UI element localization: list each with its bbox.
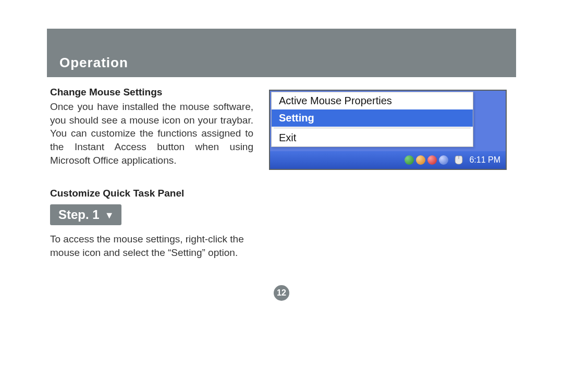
content-area: Change Mouse Settings Once you have inst… [47,87,516,259]
header-space [47,29,516,50]
tray-icon-generic[interactable] [427,155,437,165]
step-label: Step. 1 [58,207,100,222]
taskbar-clock: 6:11 PM [469,155,500,165]
page-title: Operation [59,55,128,70]
heading-quick-task: Customize Quick Task Panel [50,188,253,199]
traybar-screenshot: Active Mouse Properties Setting Exit [269,90,507,170]
triangle-down-icon: ▼ [105,211,114,220]
body-step-instruction: To access the mouse settings, right-clic… [50,232,253,259]
heading-change-mouse: Change Mouse Settings [50,87,253,98]
body-change-mouse: Once you have installed the mouse softwa… [50,100,253,167]
context-menu: Active Mouse Properties Setting Exit [271,92,473,147]
menu-item-setting[interactable]: Setting [272,109,473,127]
page-number: 12 [277,288,286,298]
right-column: Active Mouse Properties Setting Exit [269,90,509,259]
tray-icon-generic[interactable] [416,155,425,165]
step-badge: Step. 1 ▼ [50,204,121,225]
left-column: Change Mouse Settings Once you have inst… [47,87,253,259]
tray-icons [405,155,448,165]
tray-icon-generic[interactable] [405,155,414,165]
tray-icon-generic[interactable] [439,155,448,165]
menu-item-properties[interactable]: Active Mouse Properties [272,92,473,109]
taskbar: 6:11 PM [270,151,506,169]
page-title-bar: Operation [47,50,516,77]
manual-page: Operation Change Mouse Settings Once you… [47,29,516,301]
page-number-badge: 12 [274,285,289,301]
mouse-icon[interactable] [454,155,464,165]
menu-separator [274,128,471,128]
menu-item-exit[interactable]: Exit [272,129,473,146]
